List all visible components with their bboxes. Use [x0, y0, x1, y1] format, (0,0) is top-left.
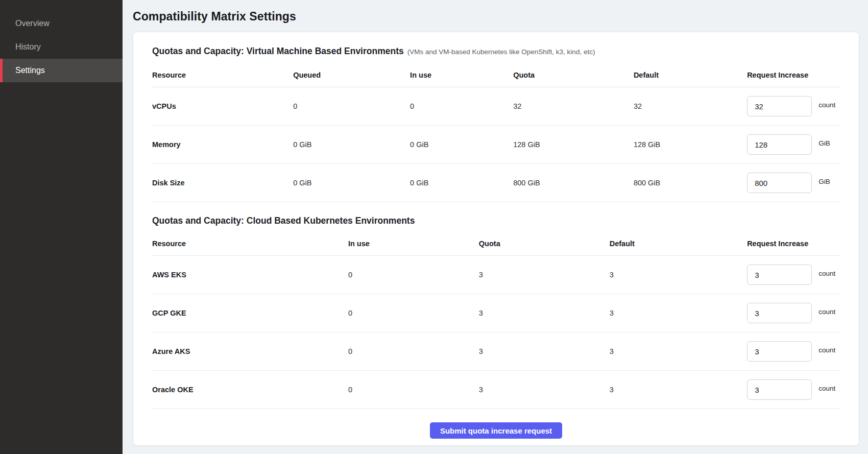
request-increase-input[interactable]: [747, 265, 812, 285]
unit-label: GiB: [818, 178, 830, 185]
cell-quota: 3: [479, 371, 610, 409]
column-header: Resource: [152, 231, 348, 256]
cell-default: 3: [610, 371, 747, 409]
column-header: In use: [348, 231, 479, 256]
cell-in_use: 0: [348, 332, 479, 371]
vm-section-title: Quotas and Capacity: Virtual Machine Bas…: [152, 46, 404, 56]
request-increase-control: count: [747, 265, 840, 285]
table-row: GCP GKE033count: [152, 294, 840, 332]
sidebar-item-settings[interactable]: Settings: [0, 59, 123, 82]
cell-quota: 3: [479, 294, 610, 332]
request-increase-control: count: [747, 303, 840, 323]
cloud-quota-table: ResourceIn useQuotaDefaultRequest Increa…: [152, 231, 840, 409]
cell-queued: 0 GiB: [293, 164, 410, 202]
column-header: Quota: [513, 62, 634, 87]
unit-label: count: [818, 308, 835, 316]
cell-queued: 0: [293, 87, 410, 126]
sidebar-item-history[interactable]: History: [0, 35, 123, 59]
cell-default: 128 GiB: [634, 126, 747, 164]
request-increase-cell: count: [747, 371, 840, 409]
request-increase-input[interactable]: [747, 96, 812, 116]
request-increase-control: count: [747, 341, 840, 362]
page-title: Compatibility Matrix Settings: [133, 10, 859, 23]
cell-quota: 3: [479, 332, 610, 371]
request-increase-input[interactable]: [747, 173, 812, 193]
cell-default: 3: [610, 294, 747, 332]
cell-in_use: 0: [348, 256, 479, 294]
request-increase-input[interactable]: [747, 303, 812, 323]
resource-name: Azure AKS: [152, 332, 348, 371]
cell-default: 3: [610, 256, 747, 294]
column-header: In use: [410, 62, 513, 87]
request-increase-control: count: [747, 96, 840, 116]
submit-row: Submit quota increase request: [152, 409, 840, 439]
resource-name: Memory: [152, 126, 293, 164]
vm-section-header: Quotas and Capacity: Virtual Machine Bas…: [152, 46, 840, 57]
cell-in_use: 0: [348, 294, 479, 332]
cell-quota: 128 GiB: [513, 126, 634, 164]
vm-section-subtitle: (VMs and VM-based Kubernetes like OpenSh…: [407, 48, 595, 56]
cell-default: 3: [610, 332, 747, 371]
request-increase-cell: GiB: [747, 164, 840, 202]
cloud-section-title: Quotas and Capacity: Cloud Based Kuberne…: [152, 216, 840, 226]
cell-in_use: 0 GiB: [410, 164, 513, 202]
resource-name: vCPUs: [152, 87, 293, 126]
cell-in_use: 0: [410, 87, 513, 126]
request-increase-control: count: [747, 379, 840, 400]
request-increase-input[interactable]: [747, 379, 812, 400]
resource-name: Oracle OKE: [152, 371, 348, 409]
request-increase-cell: count: [747, 87, 840, 126]
table-row: vCPUs003232count: [152, 87, 840, 126]
resource-name: AWS EKS: [152, 256, 348, 294]
cell-quota: 3: [479, 256, 610, 294]
app-window: OverviewHistorySettings Compatibility Ma…: [0, 0, 868, 454]
table-row: Disk Size0 GiB0 GiB800 GiB800 GiBGiB: [152, 164, 840, 202]
request-increase-cell: count: [747, 256, 840, 294]
request-increase-cell: count: [747, 332, 840, 371]
unit-label: count: [818, 346, 835, 354]
resource-name: Disk Size: [152, 164, 293, 202]
cell-queued: 0 GiB: [293, 126, 410, 164]
cell-in_use: 0: [348, 371, 479, 409]
cell-default: 32: [634, 87, 747, 126]
request-increase-input[interactable]: [747, 341, 812, 362]
vm-quota-table: ResourceQueuedIn useQuotaDefaultRequest …: [152, 62, 840, 202]
cell-in_use: 0 GiB: [410, 126, 513, 164]
table-row: Memory0 GiB0 GiB128 GiB128 GiBGiB: [152, 126, 840, 164]
table-row: Oracle OKE033count: [152, 371, 840, 409]
column-header: Request Increase: [747, 231, 840, 256]
column-header: Request Increase: [747, 62, 840, 87]
cell-quota: 800 GiB: [513, 164, 634, 202]
submit-quota-increase-button[interactable]: Submit quota increase request: [430, 422, 562, 439]
request-increase-cell: GiB: [747, 126, 840, 164]
cell-default: 800 GiB: [634, 164, 747, 202]
column-header: Default: [610, 231, 747, 256]
table-row: Azure AKS033count: [152, 332, 840, 371]
sidebar-item-overview[interactable]: Overview: [0, 12, 123, 35]
unit-label: count: [818, 385, 835, 392]
column-header: Default: [634, 62, 747, 87]
vm-table-header-row: ResourceQueuedIn useQuotaDefaultRequest …: [152, 62, 840, 87]
request-increase-cell: count: [747, 294, 840, 332]
resource-name: GCP GKE: [152, 294, 348, 332]
table-row: AWS EKS033count: [152, 256, 840, 294]
settings-card: Quotas and Capacity: Virtual Machine Bas…: [133, 32, 859, 446]
column-header: Resource: [152, 62, 293, 87]
main-content: Compatibility Matrix Settings Quotas and…: [123, 0, 868, 454]
request-increase-control: GiB: [747, 173, 840, 193]
cloud-table-header-row: ResourceIn useQuotaDefaultRequest Increa…: [152, 231, 840, 256]
sidebar: OverviewHistorySettings: [0, 0, 123, 454]
column-header: Queued: [293, 62, 410, 87]
unit-label: count: [818, 101, 835, 109]
column-header: Quota: [479, 231, 610, 256]
request-increase-input[interactable]: [747, 134, 812, 155]
request-increase-control: GiB: [747, 134, 840, 155]
cell-quota: 32: [513, 87, 634, 126]
unit-label: count: [818, 270, 835, 277]
unit-label: GiB: [818, 139, 830, 147]
